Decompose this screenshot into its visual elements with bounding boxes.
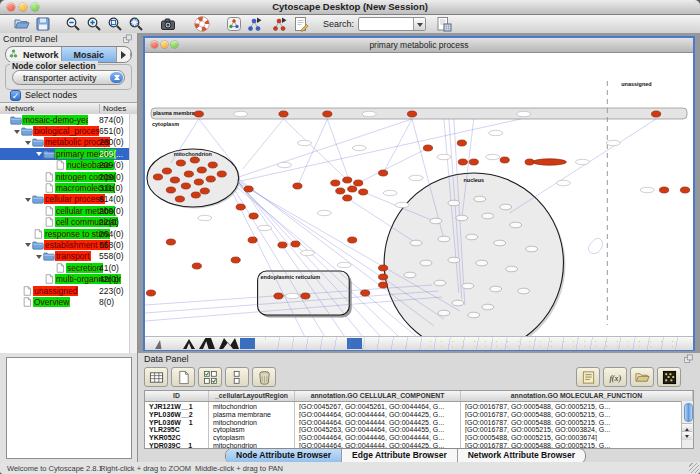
expander-icon[interactable] [12, 126, 21, 137]
tree-row-nitrogen-compo[interactable]: nitrogen compo209(0) [0, 171, 137, 182]
tab-network-attribute-browser[interactable]: Network Attribute Browser [458, 449, 585, 463]
scrollbar-thumb[interactable] [684, 403, 693, 422]
attribute-doc-icon[interactable] [436, 16, 452, 32]
network-window-title: primary metabolic process [145, 40, 693, 50]
tab-mosaic[interactable]: Mosaic [62, 47, 118, 62]
tree-row-biological-process[interactable]: biological_process651(0) [0, 125, 137, 136]
search-input[interactable] [358, 17, 426, 31]
birdseye-view-panel[interactable] [6, 357, 132, 459]
cytoscape-window: Cytoscape Desktop (New Session) Search: … [0, 0, 700, 474]
tree-row-multi-organism-pro[interactable]: multi-organism pro42(0) [0, 273, 137, 284]
table-mode-icon[interactable] [144, 367, 168, 387]
zoom-selected-icon[interactable] [128, 16, 144, 32]
network-canvas[interactable]: plasma membranecytoplasmunassignedmitoch… [145, 53, 693, 336]
region-nucleus[interactable] [384, 173, 563, 336]
tree-row-overview[interactable]: Overview8(0) [0, 296, 137, 307]
expander-icon[interactable] [34, 251, 43, 262]
data-panel-toolbar-right: f(x) [576, 367, 684, 387]
tree-node-label: mosaic-demo-yeast [22, 115, 88, 125]
cell: [GO:0005488, GO:0005215, GO:0003674] [461, 433, 693, 441]
control-panel-title: Control Panel [3, 34, 58, 44]
scroll-down-icon[interactable] [682, 431, 692, 440]
select-nodes-checkbox[interactable]: ✓ [10, 90, 21, 101]
expander-icon[interactable] [34, 148, 43, 159]
column-header-cellularlayoutregion[interactable]: _cellularLayoutRegion [209, 391, 295, 401]
region-label-unassigned: unassigned [621, 81, 651, 87]
combo-stepper-icon[interactable] [110, 72, 123, 83]
tree-row-secretion[interactable]: secretion41(0) [0, 262, 137, 273]
annotation-icon[interactable] [293, 16, 309, 32]
import-attributes-icon[interactable] [630, 367, 654, 387]
table-row-yjr121w-1[interactable]: YJR121W__1mitochondrion[GO:0045267, GO:0… [145, 402, 693, 410]
column-header-id[interactable]: ID [145, 391, 209, 401]
detach-panel-icon[interactable] [122, 34, 133, 44]
help-lifesaver-icon[interactable] [194, 16, 210, 32]
tree-scrollbar[interactable] [129, 114, 137, 353]
zoom-in-icon[interactable] [86, 16, 102, 32]
tree-row-cell-communicat[interactable]: cell communicat22(0) [0, 217, 137, 228]
column-header-annotation-go-molecular-function[interactable]: annotation.GO MOLECULAR_FUNCTION [461, 391, 693, 401]
column-header-annotation-go-cellular-component[interactable]: annotation.GO CELLULAR_COMPONENT [295, 391, 461, 401]
tree-column-network: Network [5, 104, 34, 113]
folder-icon [32, 194, 44, 204]
unselect-attributes-icon[interactable] [225, 367, 249, 387]
create-attribute-icon[interactable] [171, 367, 195, 387]
search-dropdown-icon[interactable] [413, 18, 425, 30]
network-overview-icon[interactable] [226, 16, 242, 32]
tree-node-count: 558(0) [99, 240, 124, 250]
tree-row-cellular-process[interactable]: cellular process614(0) [0, 194, 137, 205]
save-icon[interactable] [35, 16, 51, 32]
tree-row-unassigned[interactable]: unassigned223(0) [0, 285, 137, 296]
network-window-titlebar[interactable]: primary metabolic process [145, 38, 693, 53]
window-title: Cytoscape Desktop (New Session) [0, 1, 700, 12]
table-scrollbar[interactable] [681, 401, 693, 448]
tab-edge-attribute-browser[interactable]: Edge Attribute Browser [342, 449, 458, 463]
table-row-ypl036w-1[interactable]: YPL036W__1mitochondrion[GO:0044464, GO:0… [145, 418, 693, 426]
more-tabs-arrow-icon[interactable] [117, 47, 131, 62]
tree-row-cellular-metabo[interactable]: cellular metabo209(0) [0, 205, 137, 216]
function-builder-icon[interactable]: f(x) [603, 367, 627, 387]
table-row-ypl036w-2[interactable]: YPL036W__2plasma membrane[GO:0044464, GO… [145, 410, 693, 418]
tree-node-label: biological_process [33, 126, 99, 136]
expander-icon[interactable] [23, 137, 32, 148]
notes-icon[interactable] [576, 367, 600, 387]
network-graph[interactable]: plasma membranecytoplasmunassignedmitoch… [145, 53, 693, 336]
select-attributes-icon[interactable] [198, 367, 222, 387]
node-color-combo[interactable]: transporter activity [12, 70, 125, 85]
status-hint-pan: Middle-click + drag to PAN [195, 464, 283, 473]
title-bar: Cytoscape Desktop (New Session) [0, 0, 700, 15]
expander-icon[interactable] [23, 239, 32, 250]
detach-panel-icon[interactable] [683, 354, 694, 364]
file-icon [54, 160, 66, 170]
tree-node-count: 280(0) [99, 137, 124, 147]
file-icon [43, 274, 55, 284]
tree-row-macromolecule[interactable]: macromolecule311(0) [0, 182, 137, 193]
add-nodes-icon[interactable] [247, 16, 263, 32]
tree-row-response-to-stimulu[interactable]: response to stimulu264(0) [0, 228, 137, 239]
resize-grip[interactable] [689, 463, 699, 473]
region-plasma-membrane[interactable] [151, 108, 687, 119]
tab-node-attribute-browser[interactable]: Node Attribute Browser [226, 449, 342, 463]
file-icon [43, 217, 55, 227]
tree-node-count: 41(0) [99, 263, 119, 273]
attribute-table-body: YJR121W__1mitochondrion[GO:0045267, GO:0… [145, 402, 693, 449]
zoom-out-icon[interactable] [65, 16, 81, 32]
table-row-ykr052c[interactable]: YKR052Ccytoplasm[GO:0044464, GO:0044446,… [145, 433, 693, 441]
tree-row-mosaic-demo-yeast[interactable]: mosaic-demo-yeast874(0) [0, 114, 137, 125]
open-folder-icon[interactable] [14, 16, 30, 32]
delete-attribute-icon[interactable] [252, 367, 276, 387]
attribute-table-header[interactable]: ID_cellularLayoutRegionannotation.GO CEL… [145, 391, 693, 402]
tree-row-establishment-of-lo[interactable]: establishment of lo558(0) [0, 239, 137, 250]
tab-network[interactable]: Network [6, 47, 62, 62]
network-view-window[interactable]: primary metabolic process plasma membran… [143, 36, 695, 351]
tree-row-metabolic-process[interactable]: metabolic process280(0) [0, 137, 137, 148]
attribute-matrix-icon[interactable] [657, 367, 681, 387]
tree-row-transport[interactable]: transport558(0) [0, 251, 137, 262]
table-row-ylr295c[interactable]: YLR295Ccytoplasm[GO:0045263, GO:0044464,… [145, 425, 693, 433]
snapshot-camera-icon[interactable] [160, 16, 176, 32]
zoom-fit-icon[interactable] [107, 16, 123, 32]
tree-row-nucleobase[interactable]: nucleobase-209(0) [0, 160, 137, 171]
expander-icon[interactable] [23, 194, 32, 205]
add-edges-icon[interactable] [272, 16, 288, 32]
tree-row-primary-metabo[interactable]: primary metabo209(... [0, 148, 137, 159]
